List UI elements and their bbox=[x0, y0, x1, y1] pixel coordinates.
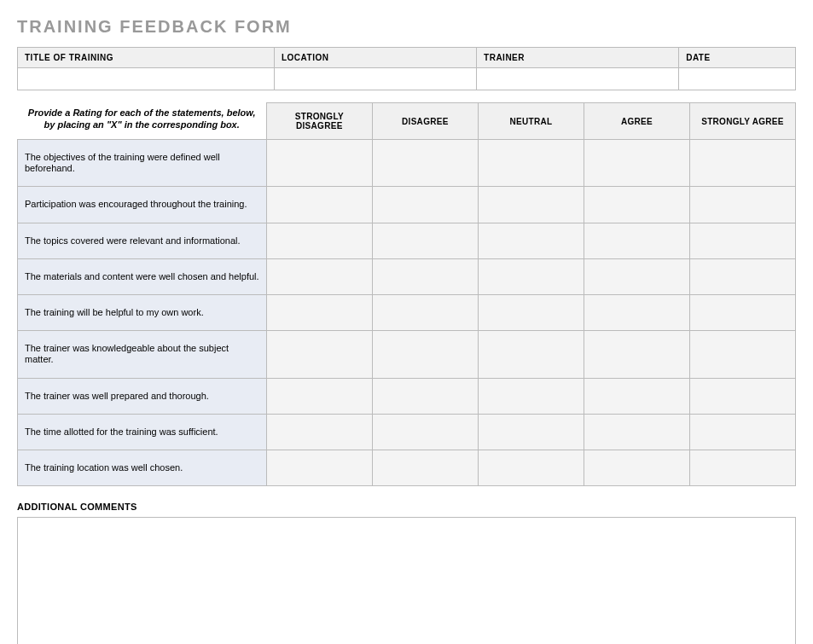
rating-row: The training will be helpful to my own w… bbox=[18, 295, 796, 331]
statement-text: Participation was encouraged throughout … bbox=[18, 187, 267, 223]
scale-agree: AGREE bbox=[584, 103, 689, 140]
header-trainer-label: TRAINER bbox=[477, 48, 679, 68]
rating-row: The time allotted for the training was s… bbox=[18, 414, 796, 450]
scale-strongly-disagree: STRONGLY DISAGREE bbox=[266, 103, 372, 140]
statement-text: The time allotted for the training was s… bbox=[18, 414, 267, 450]
rating-table: Provide a Rating for each of the stateme… bbox=[17, 102, 796, 486]
rating-instructions: Provide a Rating for each of the stateme… bbox=[18, 103, 267, 140]
rating-box-sd[interactable] bbox=[266, 140, 372, 187]
header-table: TITLE OF TRAINING LOCATION TRAINER DATE bbox=[17, 47, 796, 90]
rating-box-a[interactable] bbox=[584, 223, 689, 258]
rating-box-n[interactable] bbox=[478, 331, 584, 378]
rating-box-sd[interactable] bbox=[266, 223, 372, 258]
instructions-line1: Provide a Rating for each of the stateme… bbox=[28, 107, 256, 118]
rating-box-d[interactable] bbox=[372, 295, 478, 331]
header-location-label: LOCATION bbox=[274, 48, 476, 68]
rating-box-n[interactable] bbox=[478, 187, 584, 223]
header-date-label: DATE bbox=[679, 48, 796, 68]
rating-row: Participation was encouraged throughout … bbox=[18, 187, 796, 223]
rating-box-a[interactable] bbox=[584, 331, 689, 378]
statement-text: The trainer was knowledgeable about the … bbox=[18, 331, 267, 378]
statement-text: The trainer was well prepared and thorou… bbox=[18, 378, 267, 414]
rating-box-sd[interactable] bbox=[266, 295, 372, 331]
rating-box-n[interactable] bbox=[478, 378, 584, 414]
rating-box-sa[interactable] bbox=[689, 258, 795, 294]
rating-box-n[interactable] bbox=[478, 414, 584, 450]
rating-box-d[interactable] bbox=[372, 258, 478, 294]
rating-box-d[interactable] bbox=[372, 223, 478, 258]
rating-box-sa[interactable] bbox=[689, 223, 795, 258]
rating-box-a[interactable] bbox=[584, 187, 689, 223]
header-trainer-input[interactable] bbox=[477, 68, 679, 90]
rating-box-a[interactable] bbox=[584, 140, 689, 187]
statement-text: The training location was well chosen. bbox=[18, 450, 267, 485]
rating-box-d[interactable] bbox=[372, 187, 478, 223]
rating-box-sd[interactable] bbox=[266, 414, 372, 450]
rating-box-d[interactable] bbox=[372, 140, 478, 187]
rating-row: The trainer was knowledgeable about the … bbox=[18, 331, 796, 378]
header-location-input[interactable] bbox=[274, 68, 476, 90]
rating-box-d[interactable] bbox=[372, 331, 478, 378]
rating-box-sa[interactable] bbox=[689, 331, 795, 378]
rating-box-n[interactable] bbox=[478, 258, 584, 294]
statement-text: The training will be helpful to my own w… bbox=[18, 295, 267, 331]
rating-box-a[interactable] bbox=[584, 378, 689, 414]
scale-disagree: DISAGREE bbox=[372, 103, 478, 140]
rating-box-a[interactable] bbox=[584, 295, 689, 331]
rating-box-sd[interactable] bbox=[266, 450, 372, 485]
rating-box-n[interactable] bbox=[478, 140, 584, 187]
rating-box-sa[interactable] bbox=[689, 378, 795, 414]
header-title-label: TITLE OF TRAINING bbox=[18, 48, 275, 68]
rating-box-sd[interactable] bbox=[266, 378, 372, 414]
rating-box-sa[interactable] bbox=[689, 140, 795, 187]
rating-box-d[interactable] bbox=[372, 450, 478, 485]
rating-box-sa[interactable] bbox=[689, 450, 795, 485]
comments-label: ADDITIONAL COMMENTS bbox=[17, 502, 796, 512]
statement-text: The topics covered were relevant and inf… bbox=[18, 223, 267, 258]
instructions-line2: by placing an "X" in the corresponding b… bbox=[44, 119, 240, 130]
header-date-input[interactable] bbox=[679, 68, 796, 90]
rating-box-sd[interactable] bbox=[266, 331, 372, 378]
rating-box-sa[interactable] bbox=[689, 187, 795, 223]
rating-row: The training location was well chosen. bbox=[18, 450, 796, 485]
rating-row: The topics covered were relevant and inf… bbox=[18, 223, 796, 258]
rating-box-sd[interactable] bbox=[266, 187, 372, 223]
rating-box-a[interactable] bbox=[584, 258, 689, 294]
scale-neutral: NEUTRAL bbox=[478, 103, 584, 140]
rating-box-n[interactable] bbox=[478, 223, 584, 258]
rating-row: The materials and content were well chos… bbox=[18, 258, 796, 294]
rating-box-sa[interactable] bbox=[689, 414, 795, 450]
rating-box-d[interactable] bbox=[372, 414, 478, 450]
rating-box-n[interactable] bbox=[478, 450, 584, 485]
rating-box-sa[interactable] bbox=[689, 295, 795, 331]
scale-strongly-agree: STRONGLY AGREE bbox=[689, 103, 795, 140]
page-title: TRAINING FEEDBACK FORM bbox=[17, 17, 796, 37]
comments-input[interactable] bbox=[17, 517, 796, 644]
statement-text: The objectives of the training were defi… bbox=[18, 140, 267, 187]
rating-row: The trainer was well prepared and thorou… bbox=[18, 378, 796, 414]
rating-box-sd[interactable] bbox=[266, 258, 372, 294]
rating-box-a[interactable] bbox=[584, 450, 689, 485]
rating-row: The objectives of the training were defi… bbox=[18, 140, 796, 187]
statement-text: The materials and content were well chos… bbox=[18, 258, 267, 294]
rating-box-a[interactable] bbox=[584, 414, 689, 450]
rating-box-n[interactable] bbox=[478, 295, 584, 331]
rating-box-d[interactable] bbox=[372, 378, 478, 414]
header-title-input[interactable] bbox=[18, 68, 275, 90]
